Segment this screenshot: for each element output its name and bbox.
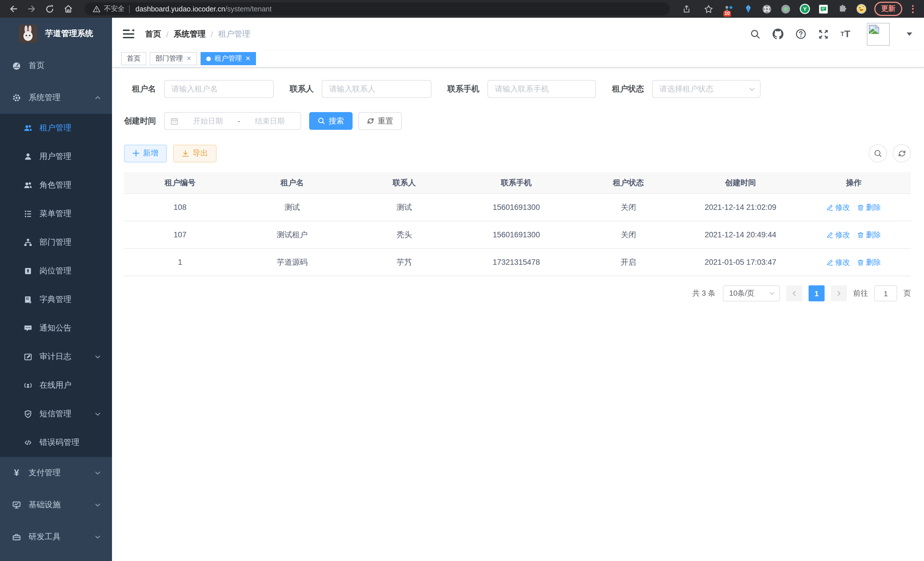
status-select[interactable]: 请选择租户状态	[652, 80, 760, 98]
chevron-left-icon	[791, 290, 797, 296]
y-extension-icon: Y	[799, 3, 810, 14]
browser-menu-button[interactable]	[910, 5, 916, 13]
extension-palette-button[interactable]: 10	[723, 3, 735, 15]
extension-emoji-button[interactable]	[855, 3, 867, 15]
delete-link[interactable]: 删除	[857, 257, 881, 267]
edit-link[interactable]: 修改	[826, 257, 850, 267]
refresh-table-button[interactable]	[892, 144, 911, 162]
date-range-picker[interactable]: 开始日期 - 结束日期	[164, 112, 301, 130]
extension-kite-button[interactable]	[742, 3, 754, 15]
github-link-button[interactable]	[772, 29, 783, 39]
extension-chat-button[interactable]	[818, 3, 829, 15]
chevron-up-icon	[94, 94, 101, 101]
filter-tenant-name: 租户名	[124, 80, 274, 98]
toggle-search-button[interactable]	[868, 144, 887, 162]
gear-icon	[12, 93, 21, 102]
sidebar-item-system[interactable]: 系统管理	[0, 82, 112, 114]
tab-tenant[interactable]: 租户管理 ✕	[201, 52, 256, 65]
sidebar-item-label: 支付管理	[28, 468, 61, 478]
search-icon	[318, 117, 325, 125]
fullscreen-icon	[818, 29, 829, 39]
avatar[interactable]	[867, 23, 890, 45]
sidebar-item-home[interactable]: 首页	[0, 50, 112, 82]
extension-record-button[interactable]	[780, 3, 791, 15]
edit-log-icon	[23, 352, 33, 361]
sidebar-item-devtools[interactable]: 研发工具	[0, 521, 112, 553]
tab-home[interactable]: 首页	[121, 52, 146, 65]
sidebar-logo[interactable]: 芋道管理系统	[0, 18, 112, 50]
edit-link[interactable]: 修改	[826, 230, 850, 240]
sidebar-item-online[interactable]: 在线用户	[0, 371, 112, 400]
sidebar-item-label: 基础设施	[28, 500, 61, 510]
tab-dept[interactable]: 部门管理 ✕	[150, 52, 197, 65]
browser-forward-button[interactable]	[24, 2, 39, 16]
sidebar-item-infra[interactable]: 基础设施	[0, 489, 112, 521]
dashboard-icon	[12, 61, 21, 70]
breadcrumb-system[interactable]: 系统管理	[174, 29, 206, 39]
page-size-select[interactable]: 10条/页	[723, 285, 780, 301]
cell-tenant-id: 107	[124, 221, 236, 248]
column-header: 租户名	[236, 172, 348, 193]
share-button[interactable]	[679, 2, 694, 16]
edit-link[interactable]: 修改	[826, 202, 850, 212]
cell-status: 开启	[572, 249, 684, 276]
delete-link[interactable]: 删除	[857, 202, 881, 212]
header-search-button[interactable]	[750, 29, 760, 39]
breadcrumb-home[interactable]: 首页	[145, 29, 161, 39]
filter-mobile: 联系手机	[447, 80, 596, 98]
tenant-name-input[interactable]	[164, 80, 274, 98]
export-button[interactable]: 导出	[173, 144, 217, 162]
cell-create-time: 2021-01-05 17:03:47	[685, 249, 796, 276]
sidebar-item-label: 短信管理	[39, 409, 71, 419]
status-label: 租户状态	[612, 84, 644, 94]
help-doc-button[interactable]	[795, 29, 806, 39]
sidebar-item-notice[interactable]: 通知公告	[0, 314, 112, 343]
message-icon	[23, 324, 33, 333]
add-button[interactable]: 新增	[124, 144, 167, 162]
sidebar-item-tenant[interactable]: 租户管理	[0, 114, 112, 142]
cell-actions: 修改 删除	[796, 194, 911, 221]
current-page-button[interactable]: 1	[808, 285, 825, 301]
sidebar-item-sms[interactable]: 短信管理	[0, 400, 112, 428]
search-button[interactable]: 搜索	[309, 112, 352, 130]
browser-reload-button[interactable]	[42, 2, 57, 16]
sidebar-item-errcode[interactable]: 错误码管理	[0, 428, 112, 457]
system-submenu: 租户管理 用户管理 角色管理 菜单管理 部门管理	[0, 114, 112, 457]
extensions-puzzle-button[interactable]	[837, 3, 848, 15]
sidebar-item-user[interactable]: 用户管理	[0, 142, 112, 171]
sidebar-collapse-button[interactable]	[121, 27, 136, 41]
next-page-button[interactable]	[831, 285, 847, 301]
mobile-input[interactable]	[488, 80, 596, 98]
broken-image-icon	[868, 24, 879, 34]
browser-back-button[interactable]	[6, 2, 21, 16]
sidebar-item-post[interactable]: 岗位管理	[0, 257, 112, 285]
contact-input[interactable]	[322, 80, 431, 98]
close-icon[interactable]: ✕	[245, 56, 250, 62]
extension-command-button[interactable]	[761, 3, 772, 15]
browser-home-button[interactable]	[61, 2, 75, 16]
prev-page-button[interactable]	[786, 285, 802, 301]
sidebar-item-label: 系统管理	[28, 93, 61, 103]
sidebar-item-dict[interactable]: 字典管理	[0, 285, 112, 314]
font-size-button[interactable]: TT	[841, 29, 850, 39]
address-bar[interactable]: 不安全 dashboard.yudao.iocoder.cn/system/te…	[85, 2, 670, 15]
column-header: 联系人	[348, 172, 460, 193]
sidebar-item-menu[interactable]: 菜单管理	[0, 200, 112, 228]
browser-update-button[interactable]: 更新	[874, 2, 902, 16]
goto-label: 前往	[853, 288, 868, 299]
sidebar-item-audit[interactable]: 审计日志	[0, 343, 112, 371]
reset-button[interactable]: 重置	[358, 112, 402, 130]
delete-link[interactable]: 删除	[857, 230, 881, 240]
close-icon[interactable]: ✕	[186, 56, 191, 62]
goto-page-input[interactable]	[874, 285, 897, 301]
user-menu-caret[interactable]	[906, 32, 913, 36]
fullscreen-button[interactable]	[818, 29, 829, 39]
cell-tenant-name: 芋道源码	[236, 249, 348, 276]
sidebar-item-role[interactable]: 角色管理	[0, 171, 112, 200]
sidebar-item-label: 首页	[28, 61, 45, 71]
extension-y-button[interactable]: Y	[799, 3, 810, 15]
sidebar-item-payment[interactable]: ¥ 支付管理	[0, 457, 112, 489]
sidebar-item-dept[interactable]: 部门管理	[0, 228, 112, 257]
bookmark-star-button[interactable]	[701, 2, 716, 16]
cell-contact: 芋艿	[348, 249, 460, 276]
